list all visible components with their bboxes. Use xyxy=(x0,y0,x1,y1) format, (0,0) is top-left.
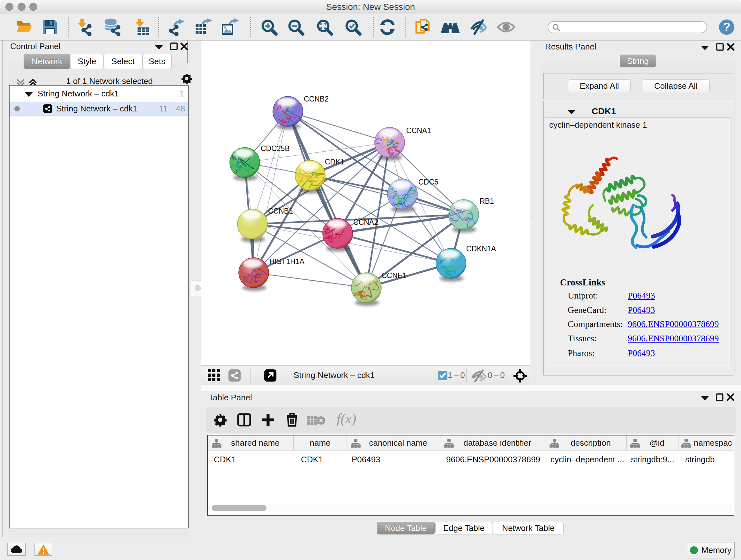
svg-text:?: ? xyxy=(723,20,730,34)
svg-text:CCNA1: CCNA1 xyxy=(406,126,431,135)
svg-text:RB1: RB1 xyxy=(480,197,494,205)
svg-text:CCNA2: CCNA2 xyxy=(353,218,378,226)
svg-text:HIST1H1A: HIST1H1A xyxy=(269,257,305,266)
svg-text:CDC6: CDC6 xyxy=(418,178,439,186)
svg-text:CCNB1: CCNB1 xyxy=(268,207,293,215)
svg-text:CDK1: CDK1 xyxy=(325,158,344,166)
svg-text:CCNE1: CCNE1 xyxy=(382,271,407,280)
svg-text:CCNB2: CCNB2 xyxy=(304,95,329,103)
svg-text:CDC25B: CDC25B xyxy=(261,144,290,152)
svg-text:CDKN1A: CDKN1A xyxy=(466,245,496,253)
